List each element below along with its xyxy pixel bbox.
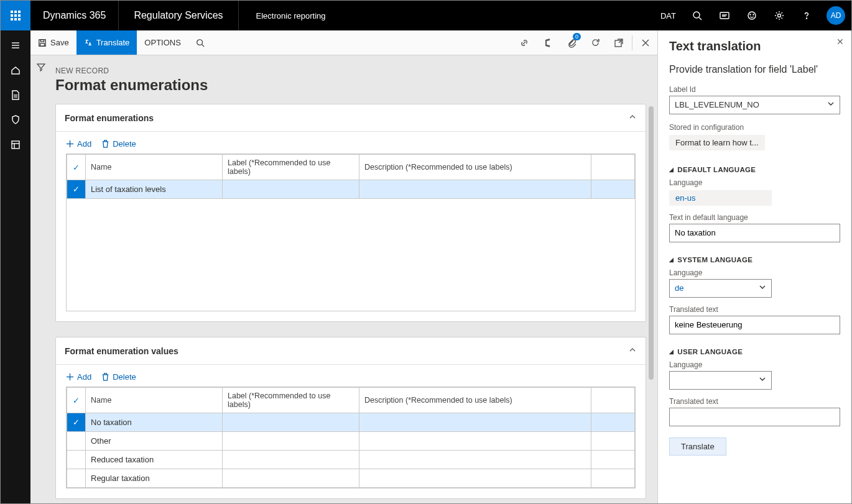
cell-name[interactable]: Reduced taxation: [86, 451, 223, 469]
cell-label[interactable]: [223, 180, 359, 199]
messages-icon[interactable]: [711, 1, 738, 30]
select-all-checkbox[interactable]: ✓: [67, 155, 86, 180]
page-subtitle: NEW RECORD: [55, 66, 646, 75]
app-launcher[interactable]: [1, 1, 30, 30]
breadcrumb[interactable]: Electronic reporting: [239, 11, 343, 21]
cell-name[interactable]: Other: [86, 432, 223, 451]
office-icon[interactable]: [536, 30, 560, 55]
actionbar-search-icon[interactable]: [188, 30, 212, 55]
translate-action-button[interactable]: Translate: [669, 438, 726, 456]
user-lang-select[interactable]: [669, 371, 772, 390]
triangle-icon: ◢: [669, 257, 674, 263]
system-lang-section-header[interactable]: ◢SYSTEM LANGUAGE: [669, 256, 840, 263]
action-bar: Save Translate OPTIONS 0: [30, 30, 657, 55]
filter-icon[interactable]: [37, 64, 45, 73]
cell-desc[interactable]: [359, 413, 591, 432]
col-spacer: [591, 155, 635, 180]
cell-label[interactable]: [223, 451, 359, 469]
translate-button[interactable]: Translate: [76, 30, 137, 55]
col-label[interactable]: Label (*Recommended to use labels): [223, 155, 359, 180]
close-icon[interactable]: [634, 30, 657, 55]
cell-label[interactable]: [223, 413, 359, 432]
help-icon[interactable]: [793, 1, 820, 30]
refresh-icon[interactable]: [583, 30, 607, 55]
table-row[interactable]: ✓List of taxation levels: [67, 180, 635, 199]
search-icon[interactable]: [683, 1, 711, 30]
default-lang-label: Language: [669, 178, 840, 187]
default-lang-value[interactable]: en-us: [669, 190, 772, 206]
cell-desc[interactable]: [359, 432, 591, 451]
stored-config-value: Format to learn how t...: [669, 135, 765, 150]
cell-desc[interactable]: [359, 451, 591, 469]
system-text-label: Translated text: [669, 305, 840, 314]
settings-icon[interactable]: [766, 1, 793, 30]
table-row[interactable]: ✓No taxation: [67, 413, 635, 432]
company-picker[interactable]: DAT: [653, 11, 683, 21]
cell-desc[interactable]: [359, 180, 591, 199]
col-name[interactable]: Name: [86, 155, 223, 180]
panel-close-icon[interactable]: ✕: [836, 37, 844, 47]
label-id-label: Label Id: [669, 85, 840, 94]
module-title[interactable]: Regulatory Services: [119, 1, 238, 30]
select-all-checkbox[interactable]: ✓: [67, 388, 86, 413]
table-row[interactable]: Regular taxation: [67, 469, 635, 488]
add-button[interactable]: Add: [66, 372, 91, 382]
col-desc[interactable]: Description (*Recommended to use labels): [359, 155, 591, 180]
cell-label[interactable]: [223, 469, 359, 488]
shield-icon[interactable]: [1, 108, 30, 132]
row-checkbox[interactable]: [67, 469, 86, 488]
options-button[interactable]: OPTIONS: [137, 30, 188, 55]
default-text-input[interactable]: [669, 224, 840, 242]
svg-point-21: [197, 39, 203, 45]
col-desc[interactable]: Description (*Recommended to use labels): [359, 388, 591, 413]
col-label[interactable]: Label (*Recommended to use labels): [223, 388, 359, 413]
table-row[interactable]: Reduced taxation: [67, 451, 635, 469]
svg-point-5: [748, 12, 756, 19]
panel-heading: Text translation: [669, 39, 840, 53]
cell-label[interactable]: [223, 432, 359, 451]
cell-spacer: [591, 180, 635, 199]
user-text-input[interactable]: [669, 408, 840, 426]
feedback-icon[interactable]: [738, 1, 766, 30]
triangle-icon: ◢: [669, 167, 674, 173]
scrollbar[interactable]: [649, 106, 654, 380]
svg-point-6: [750, 14, 751, 15]
card-header[interactable]: Format enumeration values: [56, 337, 646, 365]
system-lang-select[interactable]: de: [669, 279, 772, 298]
row-checkbox[interactable]: [67, 432, 86, 451]
translation-panel: ✕ Text translation Provide translation f…: [657, 30, 851, 503]
link-icon[interactable]: [512, 30, 536, 55]
delete-button[interactable]: Delete: [101, 372, 136, 382]
save-button[interactable]: Save: [30, 30, 76, 55]
popout-icon[interactable]: [607, 30, 631, 55]
cell-desc[interactable]: [359, 469, 591, 488]
home-icon[interactable]: [1, 58, 30, 83]
cell-spacer: [591, 432, 635, 451]
label-id-select[interactable]: LBL_LEVELENUM_NO: [669, 96, 840, 114]
brand-title[interactable]: Dynamics 365: [30, 1, 119, 30]
delete-button[interactable]: Delete: [101, 139, 136, 149]
col-name[interactable]: Name: [86, 388, 223, 413]
card-header[interactable]: Format enumerations: [56, 104, 646, 132]
hamburger-icon[interactable]: [1, 33, 30, 58]
attachments-icon[interactable]: 0: [560, 30, 583, 55]
row-checkbox[interactable]: [67, 451, 86, 469]
cell-name[interactable]: Regular taxation: [86, 469, 223, 488]
row-checkbox[interactable]: ✓: [67, 180, 86, 199]
save-label: Save: [50, 38, 69, 47]
data-icon[interactable]: [1, 132, 30, 157]
add-button[interactable]: Add: [66, 139, 91, 149]
document-icon[interactable]: [1, 83, 30, 108]
svg-point-0: [693, 12, 700, 18]
default-lang-section-header[interactable]: ◢DEFAULT LANGUAGE: [669, 166, 840, 173]
row-checkbox[interactable]: ✓: [67, 413, 86, 432]
chevron-down-icon: [827, 100, 835, 109]
user-lang-section-header[interactable]: ◢USER LANGUAGE: [669, 348, 840, 355]
system-text-input[interactable]: [669, 316, 840, 334]
user-avatar[interactable]: AD: [827, 6, 845, 25]
table-row[interactable]: Other: [67, 432, 635, 451]
cell-spacer: [591, 413, 635, 432]
cell-name[interactable]: List of taxation levels: [86, 180, 223, 199]
cell-name[interactable]: No taxation: [86, 413, 223, 432]
attachments-badge: 0: [573, 33, 581, 40]
